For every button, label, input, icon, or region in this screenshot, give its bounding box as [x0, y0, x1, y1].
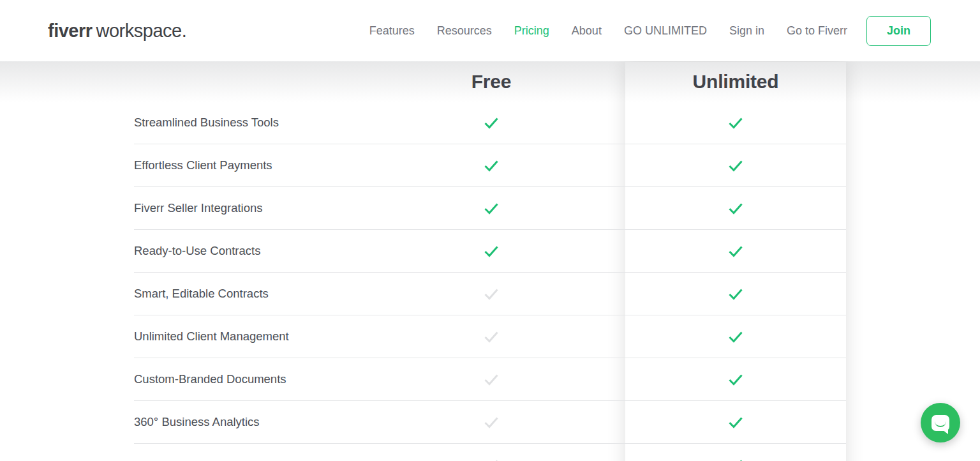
table-header-row: Free Unlimited — [134, 62, 846, 102]
included-check-icon — [728, 288, 743, 300]
nav-link-resources[interactable]: Resources — [437, 24, 492, 38]
included-check-icon — [728, 202, 743, 215]
feature-label: Fiverr Seller Integrations — [134, 187, 357, 229]
table-row: Smart, Editable Contracts — [134, 273, 846, 315]
free-plan-cell — [357, 288, 625, 300]
included-check-icon — [728, 245, 743, 257]
free-plan-cell — [357, 459, 625, 461]
nav-link-about[interactable]: About — [572, 24, 602, 38]
feature-label: Effortless Client Payments — [134, 144, 357, 186]
free-plan-cell — [357, 202, 625, 215]
feature-label: Custom-Branded Documents — [134, 358, 357, 400]
table-row: Streamlined Business Tools — [134, 102, 846, 144]
chat-smile-icon — [935, 421, 946, 427]
unlimited-plan-cell — [625, 459, 846, 461]
unlimited-plan-cell — [625, 202, 846, 215]
nav-link-features[interactable]: Features — [369, 24, 415, 38]
feature-label: Unlimited Client Management — [134, 315, 357, 358]
nav-link-go-unlimited[interactable]: GO UNLIMITED — [624, 24, 707, 38]
included-check-icon — [728, 331, 743, 343]
chat-bubble-icon — [932, 415, 949, 431]
included-check-icon — [728, 374, 743, 386]
included-check-icon — [484, 117, 499, 129]
excluded-gray-check-icon — [484, 459, 499, 461]
included-check-icon — [484, 245, 499, 257]
included-check-icon — [728, 117, 743, 129]
logo-workspace-text: workspace. — [96, 20, 187, 42]
nav-link-go-to-fiverr[interactable]: Go to Fiverr — [787, 24, 847, 38]
included-check-icon — [484, 202, 499, 215]
nav-links: FeaturesResourcesPricingAboutGO UNLIMITE… — [369, 24, 847, 38]
unlimited-plan-cell — [625, 331, 846, 343]
table-row: Fiverr Seller Integrations — [134, 187, 846, 230]
table-row: Unlimited Client Management — [134, 315, 846, 358]
included-check-icon — [728, 160, 743, 172]
table-row — [134, 444, 846, 461]
feature-label: Ready-to-Use Contracts — [134, 230, 357, 272]
free-plan-cell — [357, 160, 625, 172]
feature-label — [134, 444, 357, 461]
feature-label: Smart, Editable Contracts — [134, 273, 357, 315]
chat-launcher-button[interactable] — [921, 403, 960, 442]
excluded-gray-check-icon — [484, 416, 499, 428]
logo-fiverr-text: fiverr — [48, 20, 93, 42]
top-navigation-bar: fiverr workspace. FeaturesResourcesPrici… — [0, 0, 980, 61]
included-check-icon — [728, 416, 743, 428]
nav-link-sign-in[interactable]: Sign in — [729, 24, 764, 38]
unlimited-plan-cell — [625, 245, 846, 257]
unlimited-plan-cell — [625, 416, 846, 428]
unlimited-plan-cell — [625, 288, 846, 300]
unlimited-plan-cell — [625, 117, 846, 129]
included-check-icon — [728, 459, 743, 461]
free-plan-header: Free — [471, 71, 512, 93]
table-row: 360° Business Analytics — [134, 401, 846, 444]
table-row: Ready-to-Use Contracts — [134, 230, 846, 273]
unlimited-plan-header: Unlimited — [693, 71, 779, 93]
excluded-gray-check-icon — [484, 374, 499, 386]
nav-link-pricing[interactable]: Pricing — [514, 24, 549, 38]
free-plan-cell — [357, 374, 625, 386]
free-plan-cell — [357, 245, 625, 257]
feature-label: Streamlined Business Tools — [134, 102, 357, 144]
excluded-gray-check-icon — [484, 331, 499, 343]
free-plan-cell — [357, 331, 625, 343]
included-check-icon — [484, 160, 499, 172]
unlimited-plan-cell — [625, 374, 846, 386]
feature-label: 360° Business Analytics — [134, 401, 357, 443]
free-plan-cell — [357, 117, 625, 129]
table-row: Effortless Client Payments — [134, 144, 846, 187]
feature-rows: Streamlined Business ToolsEffortless Cli… — [134, 102, 846, 461]
excluded-gray-check-icon — [484, 288, 499, 300]
free-plan-cell — [357, 416, 625, 428]
table-row: Custom-Branded Documents — [134, 358, 846, 401]
join-button[interactable]: Join — [866, 16, 931, 46]
fiverr-workspace-logo[interactable]: fiverr workspace. — [48, 20, 186, 42]
unlimited-plan-cell — [625, 160, 846, 172]
plan-comparison-table: Free Unlimited Streamlined Business Tool… — [134, 62, 846, 461]
